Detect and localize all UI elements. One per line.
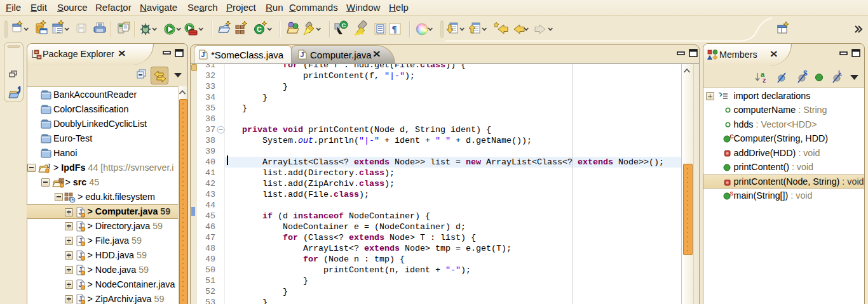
svg-text:J: J bbox=[47, 162, 50, 169]
svg-text:z: z bbox=[763, 76, 766, 84]
svg-text:J: J bbox=[301, 51, 304, 58]
svg-text:¶: ¶ bbox=[392, 24, 397, 34]
svg-text:C: C bbox=[342, 22, 346, 29]
svg-text:C: C bbox=[257, 25, 262, 33]
svg-text:J: J bbox=[201, 51, 205, 58]
